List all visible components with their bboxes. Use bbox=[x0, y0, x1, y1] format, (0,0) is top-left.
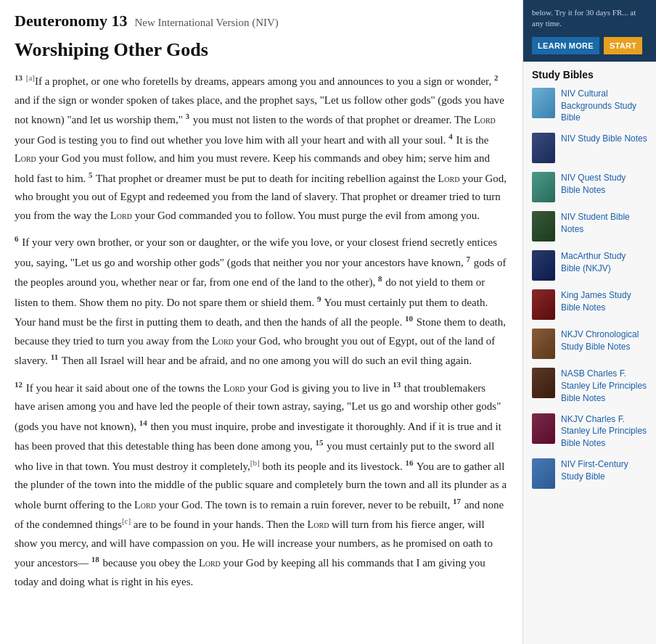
bible-item-nkjv-stanley[interactable]: NKJV Charles F. Stanley Life Principles … bbox=[532, 413, 647, 450]
verse-10: 10 bbox=[405, 314, 413, 323]
study-bibles-heading: Study Bibles bbox=[532, 69, 647, 80]
verse-4: 4 bbox=[448, 132, 453, 141]
sidebar: below. Try it for 30 days FR... at any t… bbox=[522, 0, 656, 644]
footnote-c: [c] bbox=[122, 516, 131, 525]
sidebar-promo: below. Try it for 30 days FR... at any t… bbox=[523, 0, 656, 62]
bible-item-niv-study-bible[interactable]: NIV Study Bible Notes bbox=[532, 133, 647, 163]
verse-5: 5 bbox=[89, 170, 93, 179]
verse-2: 2 bbox=[494, 73, 499, 82]
main-content: Deuteronomy 13 New International Version… bbox=[0, 0, 522, 644]
bible-cover-macarthur bbox=[532, 250, 555, 281]
bible-name-nkjv-chronological[interactable]: NKJV Chronological Study Bible Notes bbox=[561, 329, 647, 353]
bible-name-macarthur[interactable]: MacArthur Study Bible (NKJV) bbox=[561, 250, 647, 275]
verse-12: 12 bbox=[15, 380, 22, 389]
bible-item-macarthur[interactable]: MacArthur Study Bible (NKJV) bbox=[532, 250, 647, 281]
promo-buttons: LEARN MORE START bbox=[532, 37, 647, 54]
verse-14: 14 bbox=[139, 418, 147, 427]
bible-list: NIV Cultural Backgrounds Study BibleNIV … bbox=[532, 88, 647, 489]
bible-name-niv-study-bible[interactable]: NIV Study Bible Notes bbox=[561, 133, 647, 145]
bible-item-niv-student[interactable]: NIV Student Bible Notes bbox=[532, 211, 647, 242]
bible-name-niv-student[interactable]: NIV Student Bible Notes bbox=[561, 211, 647, 236]
book-title: Deuteronomy 13 bbox=[15, 12, 127, 30]
bible-item-niv-first-century[interactable]: NIV First-Century Study Bible bbox=[532, 458, 647, 489]
book-header: Deuteronomy 13 New International Version… bbox=[15, 12, 508, 30]
bible-cover-nkjv-stanley bbox=[532, 413, 555, 444]
verse-6: 6 bbox=[15, 234, 19, 243]
bible-cover-king-james bbox=[532, 289, 555, 320]
bible-item-king-james[interactable]: King James Study Bible Notes bbox=[532, 289, 647, 320]
verse-13b: 13 bbox=[393, 380, 401, 389]
learn-more-button[interactable]: LEARN MORE bbox=[532, 37, 599, 54]
bible-cover-nasb-stanley bbox=[532, 368, 555, 398]
bible-item-niv-quest[interactable]: NIV Quest Study Bible Notes bbox=[532, 172, 647, 202]
bible-cover-niv-cultural-backgrounds bbox=[532, 88, 555, 118]
promo-text: below. Try it for 30 days FR... at any t… bbox=[532, 7, 647, 30]
bible-text: 13 [a]If a prophet, or one who foretells… bbox=[15, 71, 508, 591]
bible-name-niv-quest[interactable]: NIV Quest Study Bible Notes bbox=[561, 172, 647, 197]
verse-18: 18 bbox=[91, 555, 99, 564]
verse-17: 17 bbox=[453, 497, 461, 505]
verse-11: 11 bbox=[51, 352, 58, 361]
start-button[interactable]: START bbox=[604, 37, 642, 54]
bible-name-niv-first-century[interactable]: NIV First-Century Study Bible bbox=[561, 458, 647, 483]
verse-13: 13 bbox=[15, 73, 22, 82]
study-bibles-section: Study Bibles NIV Cultural Backgrounds St… bbox=[523, 62, 656, 505]
verse-15: 15 bbox=[315, 438, 323, 447]
chapter-heading: Worshiping Other Gods bbox=[15, 39, 508, 61]
verse-8: 8 bbox=[378, 274, 382, 283]
bible-item-nkjv-chronological[interactable]: NKJV Chronological Study Bible Notes bbox=[532, 329, 647, 359]
bible-name-nasb-stanley[interactable]: NASB Charles F. Stanley Life Principles … bbox=[561, 368, 647, 404]
verse-16: 16 bbox=[405, 458, 413, 467]
bible-cover-niv-study-bible bbox=[532, 133, 555, 163]
bible-cover-niv-first-century bbox=[532, 458, 555, 489]
bible-cover-niv-quest bbox=[532, 172, 555, 202]
bible-cover-niv-student bbox=[532, 211, 555, 242]
bible-item-nasb-stanley[interactable]: NASB Charles F. Stanley Life Principles … bbox=[532, 368, 647, 404]
bible-name-niv-cultural-backgrounds[interactable]: NIV Cultural Backgrounds Study Bible bbox=[561, 88, 647, 124]
verse-7: 7 bbox=[467, 255, 471, 263]
bible-name-nkjv-stanley[interactable]: NKJV Charles F. Stanley Life Principles … bbox=[561, 413, 647, 450]
bible-cover-nkjv-chronological bbox=[532, 329, 555, 359]
footnote-b: [b] bbox=[250, 458, 260, 467]
bible-name-king-james[interactable]: King James Study Bible Notes bbox=[561, 289, 647, 314]
verse-9: 9 bbox=[317, 294, 321, 303]
footnote-a: [a] bbox=[26, 73, 35, 82]
verse-3: 3 bbox=[186, 112, 190, 120]
version-label: New International Version (NIV) bbox=[134, 17, 278, 29]
bible-item-niv-cultural-backgrounds[interactable]: NIV Cultural Backgrounds Study Bible bbox=[532, 88, 647, 124]
